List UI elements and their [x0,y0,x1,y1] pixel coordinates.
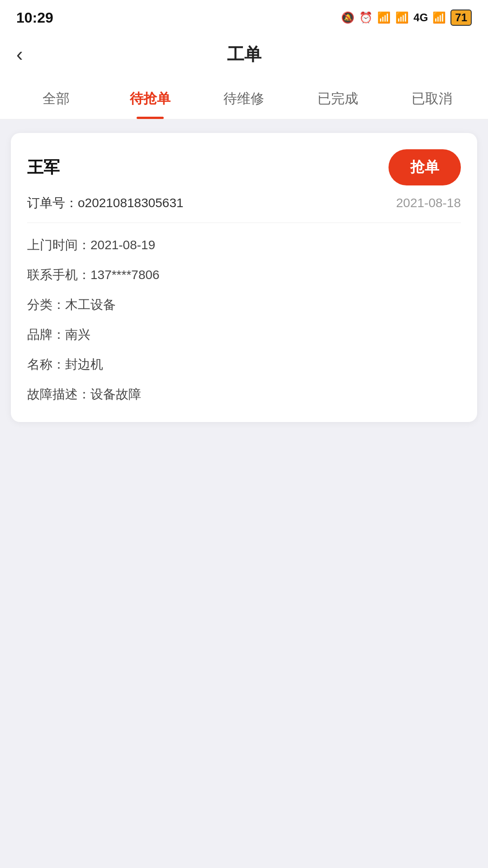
battery-icon: 71 [450,9,472,26]
back-button[interactable]: ‹ [16,44,23,64]
main-content: 王军 抢单 订单号：o20210818305631 2021-08-18 上门时… [0,119,488,436]
network-label: 4G [413,11,428,24]
status-bar: 10:29 🔕 ⏰ 📶 📶 4G 📶 71 [0,0,488,32]
order-num-row: 订单号：o20210818305631 2021-08-18 [27,194,461,212]
tab-bar: 全部 待抢单 待维修 已完成 已取消 [0,77,488,119]
alarm-icon: ⏰ [359,11,373,24]
order-number-value: o20210818305631 [78,196,184,210]
customer-name: 王军 [27,157,60,179]
category-row: 分类：木工设备 [27,295,461,314]
tab-pending-grab[interactable]: 待抢单 [103,77,197,119]
name-row: 名称：封边机 [27,355,461,374]
visit-time-value: 2021-08-19 [90,238,155,252]
fault-label: 故障描述： [27,387,90,401]
top-nav: ‹ 工单 [0,32,488,77]
brand-label: 品牌： [27,327,65,342]
phone-row: 联系手机：137****7806 [27,266,461,285]
phone-label: 联系手机： [27,268,90,282]
card-header: 王军 抢单 [27,149,461,185]
signal2-icon: 📶 [395,11,409,24]
brand-value: 南兴 [65,327,90,342]
order-card: 王军 抢单 订单号：o20210818305631 2021-08-18 上门时… [11,133,477,422]
category-label: 分类： [27,298,65,312]
tab-pending-repair[interactable]: 待维修 [197,77,291,119]
status-time: 10:29 [16,9,53,26]
tab-cancelled[interactable]: 已取消 [385,77,479,119]
visit-time-row: 上门时间：2021-08-19 [27,236,461,255]
status-icons: 🔕 ⏰ 📶 📶 4G 📶 71 [341,9,472,26]
mute-icon: 🔕 [341,11,355,24]
grab-order-button[interactable]: 抢单 [389,149,461,185]
page-title: 工单 [227,43,261,66]
brand-row: 品牌：南兴 [27,325,461,344]
tab-completed[interactable]: 已完成 [291,77,385,119]
phone-value: 137****7806 [90,268,160,282]
divider [27,223,461,223]
order-number: 订单号：o20210818305631 [27,194,184,212]
fault-row: 故障描述：设备故障 [27,385,461,404]
order-date: 2021-08-18 [396,196,461,210]
order-number-label: 订单号： [27,196,78,210]
fault-value: 设备故障 [90,387,141,401]
signal-icon: 📶 [377,11,391,24]
tab-all[interactable]: 全部 [9,77,103,119]
name-value: 封边机 [65,357,103,371]
visit-time-label: 上门时间： [27,238,90,252]
category-value: 木工设备 [65,298,116,312]
wifi-icon: 📶 [432,11,446,24]
name-label: 名称： [27,357,65,371]
